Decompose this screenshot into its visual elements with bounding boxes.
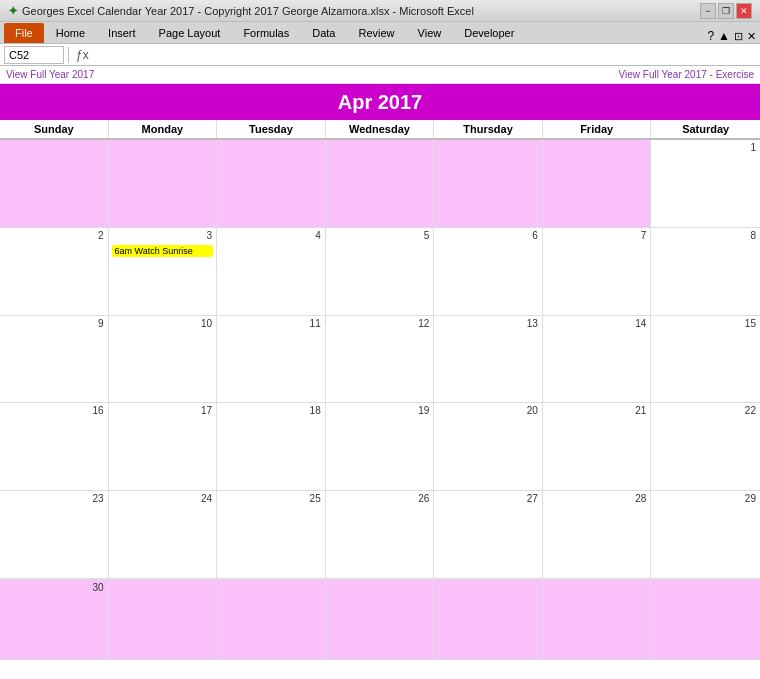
day-number-21: 21 xyxy=(543,403,651,418)
header-sunday: Sunday xyxy=(0,120,109,138)
day-number-4: 4 xyxy=(217,228,325,243)
cal-cell-apr15[interactable]: 15 xyxy=(651,316,760,404)
day-number-26: 26 xyxy=(326,491,434,506)
cal-cell-apr13[interactable]: 13 xyxy=(434,316,543,404)
cal-cell-empty-1[interactable] xyxy=(109,580,218,660)
day-number-25: 25 xyxy=(217,491,325,506)
day-number-9: 9 xyxy=(0,316,108,331)
tab-formulas[interactable]: Formulas xyxy=(232,23,300,43)
cal-cell-apr6[interactable]: 6 xyxy=(434,228,543,316)
header-saturday: Saturday xyxy=(651,120,760,138)
cal-cell-apr29[interactable]: 29 xyxy=(651,491,760,579)
cal-cell-empty-4[interactable] xyxy=(434,580,543,660)
cal-cell-w1-wed[interactable] xyxy=(326,140,435,228)
month-title: Apr 2017 xyxy=(338,91,423,114)
day-number-3: 3 xyxy=(109,228,217,243)
header-monday: Monday xyxy=(109,120,218,138)
cal-cell-apr24[interactable]: 24 xyxy=(109,491,218,579)
day-number-20: 20 xyxy=(434,403,542,418)
cal-cell-w1-fri[interactable] xyxy=(543,140,652,228)
day-number-22: 22 xyxy=(651,403,760,418)
cal-cell-w1-tue[interactable] xyxy=(217,140,326,228)
cal-cell-empty-6[interactable] xyxy=(651,580,760,660)
cal-cell-apr21[interactable]: 21 xyxy=(543,403,652,491)
cal-cell-apr3[interactable]: 3 6am Watch Sunrise xyxy=(109,228,218,316)
cal-cell-apr25[interactable]: 25 xyxy=(217,491,326,579)
cal-cell-apr27[interactable]: 27 xyxy=(434,491,543,579)
cal-cell-apr18[interactable]: 18 xyxy=(217,403,326,491)
day-number-24: 24 xyxy=(109,491,217,506)
close-button[interactable]: ✕ xyxy=(736,3,752,19)
cal-cell-apr4[interactable]: 4 xyxy=(217,228,326,316)
calendar: Apr 2017 Sunday Monday Tuesday Wednesday… xyxy=(0,84,760,679)
formula-input[interactable] xyxy=(96,46,756,64)
day-number-2: 2 xyxy=(0,228,108,243)
day-number-6: 6 xyxy=(434,228,542,243)
cal-cell-apr11[interactable]: 11 xyxy=(217,316,326,404)
cal-cell-apr14[interactable]: 14 xyxy=(543,316,652,404)
day-number-5: 5 xyxy=(326,228,434,243)
window-control-icon[interactable]: ⊡ xyxy=(734,30,743,43)
day-number-30: 30 xyxy=(0,580,108,595)
minimize-button[interactable]: − xyxy=(700,3,716,19)
cal-cell-apr5[interactable]: 5 xyxy=(326,228,435,316)
app-logo: ✦ xyxy=(8,4,18,18)
name-box[interactable] xyxy=(4,46,64,64)
event-watch-sunrise[interactable]: 6am Watch Sunrise xyxy=(112,245,214,257)
day-number-23: 23 xyxy=(0,491,108,506)
day-number-17: 17 xyxy=(109,403,217,418)
tab-home[interactable]: Home xyxy=(45,23,96,43)
minimize-ribbon-icon[interactable]: ▲ xyxy=(718,29,730,43)
cal-cell-apr12[interactable]: 12 xyxy=(326,316,435,404)
tab-file[interactable]: File xyxy=(4,23,44,43)
tab-review[interactable]: Review xyxy=(347,23,405,43)
cal-cell-empty-2[interactable] xyxy=(217,580,326,660)
calendar-grid: 1 2 3 6am Watch Sunrise 4 5 6 7 xyxy=(0,139,760,579)
cal-cell-apr26[interactable]: 26 xyxy=(326,491,435,579)
cal-cell-apr17[interactable]: 17 xyxy=(109,403,218,491)
cal-cell-apr7[interactable]: 7 xyxy=(543,228,652,316)
cal-cell-apr8[interactable]: 8 xyxy=(651,228,760,316)
tab-developer[interactable]: Developer xyxy=(453,23,525,43)
cal-cell-w1-thu[interactable] xyxy=(434,140,543,228)
cal-cell-apr16[interactable]: 16 xyxy=(0,403,109,491)
restore-button[interactable]: ❐ xyxy=(718,3,734,19)
cal-cell-apr10[interactable]: 10 xyxy=(109,316,218,404)
cal-cell-apr19[interactable]: 19 xyxy=(326,403,435,491)
cal-cell-apr28[interactable]: 28 xyxy=(543,491,652,579)
cal-cell-empty-5[interactable] xyxy=(543,580,652,660)
formula-bar-separator xyxy=(68,47,69,63)
month-header: Apr 2017 xyxy=(0,84,760,120)
cal-cell-w1-sun[interactable] xyxy=(0,140,109,228)
tab-data[interactable]: Data xyxy=(301,23,346,43)
function-icon[interactable]: ƒx xyxy=(73,48,92,62)
cal-cell-apr2[interactable]: 2 xyxy=(0,228,109,316)
cal-cell-apr20[interactable]: 20 xyxy=(434,403,543,491)
cal-cell-apr23[interactable]: 23 xyxy=(0,491,109,579)
cal-cell-apr22[interactable]: 22 xyxy=(651,403,760,491)
header-wednesday: Wednesday xyxy=(326,120,435,138)
cal-cell-w1-mon[interactable] xyxy=(109,140,218,228)
day-number-29: 29 xyxy=(651,491,760,506)
cal-cell-empty-3[interactable] xyxy=(326,580,435,660)
cal-cell-apr1[interactable]: 1 xyxy=(651,140,760,228)
view-full-year-exercise-link[interactable]: View Full Year 2017 - Exercise xyxy=(619,69,754,80)
link-bar: View Full Year 2017 View Full Year 2017 … xyxy=(0,66,760,84)
help-icon[interactable]: ? xyxy=(707,29,714,43)
day-number-14: 14 xyxy=(543,316,651,331)
day-number-28: 28 xyxy=(543,491,651,506)
cal-cell-apr9[interactable]: 9 xyxy=(0,316,109,404)
tab-view[interactable]: View xyxy=(407,23,453,43)
day-number-13: 13 xyxy=(434,316,542,331)
close-icon[interactable]: ✕ xyxy=(747,30,756,43)
header-friday: Friday xyxy=(543,120,652,138)
day-number-7: 7 xyxy=(543,228,651,243)
main-content: View Full Year 2017 View Full Year 2017 … xyxy=(0,66,760,679)
cal-cell-apr30[interactable]: 30 xyxy=(0,580,109,660)
header-thursday: Thursday xyxy=(434,120,543,138)
tab-page-layout[interactable]: Page Layout xyxy=(148,23,232,43)
tab-insert[interactable]: Insert xyxy=(97,23,147,43)
view-full-year-link[interactable]: View Full Year 2017 xyxy=(6,69,94,80)
header-tuesday: Tuesday xyxy=(217,120,326,138)
calendar-last-row: 30 xyxy=(0,579,760,660)
